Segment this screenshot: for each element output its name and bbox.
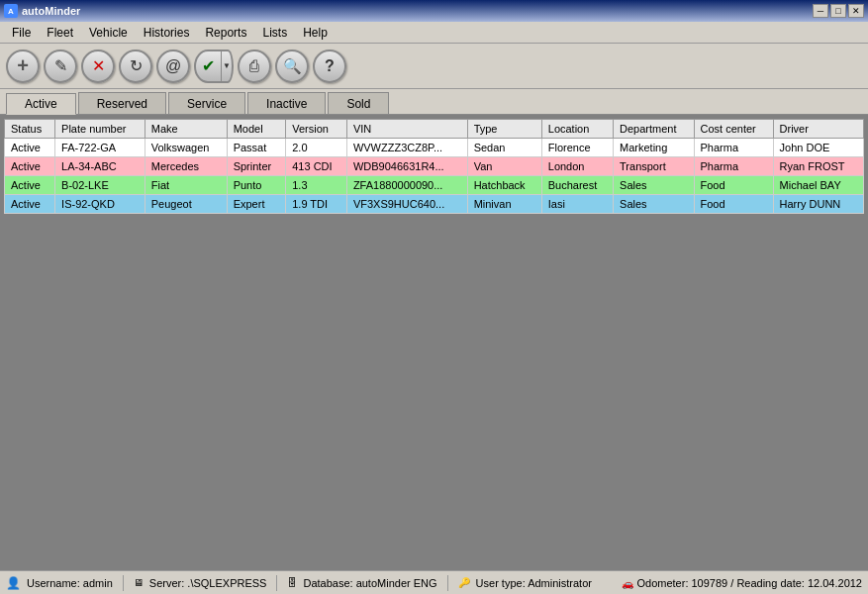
tab-active[interactable]: Active: [6, 93, 76, 115]
approve-dropdown-arrow[interactable]: ▼: [222, 50, 234, 83]
status-server-icon: 🖥: [134, 577, 144, 588]
status-right: 🚗 Odometer: 109789 / Reading date: 12.04…: [622, 577, 862, 589]
status-db-icon: 🗄: [287, 577, 297, 588]
search-icon: 🔍: [283, 57, 302, 75]
status-odometer-icon: 🚗: [622, 578, 633, 589]
search-button[interactable]: 🔍: [275, 50, 309, 83]
table-row[interactable]: ActiveLA-34-ABCMercedesSprinter413 CDIWD…: [5, 157, 864, 176]
col-driver[interactable]: Driver: [773, 120, 863, 139]
print-icon: ⎙: [249, 57, 259, 75]
print-button[interactable]: ⎙: [238, 50, 271, 83]
menu-lists[interactable]: Lists: [254, 24, 295, 42]
status-database: Database: autoMinder ENG: [303, 577, 436, 589]
col-vin[interactable]: VIN: [346, 120, 467, 139]
menu-vehicle[interactable]: Vehicle: [81, 24, 136, 42]
edit-button[interactable]: ✎: [44, 50, 77, 83]
tab-service[interactable]: Service: [168, 92, 245, 114]
col-version[interactable]: Version: [286, 120, 347, 139]
menu-fleet[interactable]: Fleet: [39, 24, 81, 42]
table-row[interactable]: ActiveB-02-LKEFiatPunto1.3ZFA1880000090.…: [5, 176, 864, 195]
add-icon: +: [17, 54, 29, 77]
approve-icon: ✔: [202, 56, 215, 75]
status-separator-3: [447, 575, 448, 591]
main-content: Status Plate number Make Model Version V…: [0, 115, 868, 570]
status-separator-1: [123, 575, 124, 591]
title-bar-left: A autoMinder: [4, 4, 80, 18]
col-plate[interactable]: Plate number: [55, 120, 145, 139]
title-bar: A autoMinder ─ □ ✕: [0, 0, 868, 22]
maximize-button[interactable]: □: [830, 4, 846, 18]
edit-icon: ✎: [54, 56, 67, 75]
email-icon: @: [165, 57, 181, 75]
delete-button[interactable]: ✕: [81, 50, 115, 83]
app-title: autoMinder: [22, 5, 80, 17]
help-icon: ?: [325, 57, 335, 75]
col-location[interactable]: Location: [541, 120, 613, 139]
status-server: Server: .\SQLEXPRESS: [149, 577, 267, 589]
menu-file[interactable]: File: [4, 24, 39, 42]
refresh-button[interactable]: ↻: [119, 50, 152, 83]
menu-reports[interactable]: Reports: [197, 24, 254, 42]
table-row[interactable]: ActiveFA-722-GAVolkswagenPassat2.0WVWZZZ…: [5, 139, 864, 157]
status-bar: 👤 Username: admin 🖥 Server: .\SQLEXPRESS…: [0, 570, 868, 594]
menu-histories[interactable]: Histories: [136, 24, 198, 42]
status-usertype: User type: Administrator: [476, 577, 592, 589]
tab-inactive[interactable]: Inactive: [247, 92, 326, 114]
add-button[interactable]: +: [6, 50, 40, 83]
table-header-row: Status Plate number Make Model Version V…: [5, 120, 864, 139]
approve-split-button[interactable]: ✔ ▼: [194, 50, 234, 83]
col-type[interactable]: Type: [467, 120, 541, 139]
vehicles-table: Status Plate number Make Model Version V…: [4, 119, 864, 214]
help-button[interactable]: ?: [313, 50, 346, 83]
close-button[interactable]: ✕: [848, 4, 864, 18]
email-button[interactable]: @: [156, 50, 190, 83]
status-user-type-icon: 🔑: [458, 577, 470, 588]
delete-icon: ✕: [92, 56, 105, 75]
toolbar: + ✎ ✕ ↻ @ ✔ ▼ ⎙ 🔍 ?: [0, 44, 868, 89]
status-username: Username: admin: [27, 577, 113, 589]
refresh-icon: ↻: [130, 56, 143, 75]
menu-bar: File Fleet Vehicle Histories Reports Lis…: [0, 22, 868, 44]
col-model[interactable]: Model: [227, 120, 286, 139]
minimize-button[interactable]: ─: [813, 4, 828, 18]
status-user-icon: 👤: [6, 576, 21, 590]
tab-bar: Active Reserved Service Inactive Sold: [0, 89, 868, 115]
chevron-down-icon: ▼: [223, 61, 231, 70]
approve-button[interactable]: ✔: [194, 50, 222, 83]
status-left: 👤 Username: admin 🖥 Server: .\SQLEXPRESS…: [6, 575, 592, 591]
app-icon: A: [4, 4, 18, 18]
tab-reserved[interactable]: Reserved: [78, 92, 166, 114]
menu-help[interactable]: Help: [295, 24, 336, 42]
status-separator-2: [276, 575, 277, 591]
col-costcenter[interactable]: Cost center: [694, 120, 773, 139]
status-odometer: Odometer: 109789 / Reading date: 12.04.2…: [636, 577, 862, 589]
col-department[interactable]: Department: [614, 120, 694, 139]
table-row[interactable]: ActiveIS-92-QKDPeugeotExpert1.9 TDIVF3XS…: [5, 195, 864, 214]
col-status[interactable]: Status: [5, 120, 55, 139]
col-make[interactable]: Make: [145, 120, 227, 139]
title-bar-buttons[interactable]: ─ □ ✕: [813, 4, 864, 18]
tab-sold[interactable]: Sold: [328, 92, 389, 114]
